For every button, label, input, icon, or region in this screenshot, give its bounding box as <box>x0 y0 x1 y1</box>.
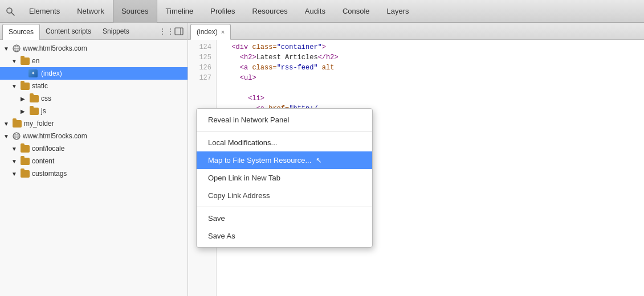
context-menu-save[interactable]: Save <box>197 209 372 227</box>
folder-icon-css <box>30 95 39 102</box>
context-menu-reveal-network[interactable]: Reveal in Network Panel <box>197 111 372 129</box>
tree-item-conf[interactable]: ▼ conf/locale <box>0 142 188 155</box>
code-line-125: <h2>Latest Articles</h2> <box>223 52 637 63</box>
svg-line-1 <box>11 13 14 15</box>
code-line-124: <div class="container"> <box>223 42 637 52</box>
arrow-conf: ▼ <box>11 146 19 152</box>
top-nav-bar: Elements Network Sources Timeline Profil… <box>0 0 644 23</box>
search-icon-btn[interactable] <box>2 3 18 19</box>
file-tree: ▼ www.html5rocks.com ▼ <box>0 40 188 296</box>
folder-icon-conf <box>21 145 30 153</box>
left-panel: Sources Content scripts Snippets ⋮⋮ ▼ <box>0 23 188 296</box>
cursor-icon: ↖ <box>316 156 322 165</box>
folder-icon-static <box>21 83 30 90</box>
main-area: Sources Content scripts Snippets ⋮⋮ ▼ <box>0 23 644 296</box>
tree-item-www2[interactable]: ▼ www.html5rocks.com <box>0 130 188 142</box>
nav-tab-elements[interactable]: Elements <box>21 0 68 23</box>
arrow-customtags: ▼ <box>11 171 19 177</box>
nav-tab-network[interactable]: Network <box>68 0 113 23</box>
folder-icon-content <box>21 158 30 165</box>
tab-sources[interactable]: Sources <box>2 24 40 40</box>
globe-icon-2 <box>13 132 21 140</box>
context-menu: Reveal in Network Panel Local Modificati… <box>196 108 373 248</box>
folder-icon-customtags <box>21 170 30 178</box>
tab-content-scripts[interactable]: Content scripts <box>40 23 97 40</box>
context-menu-save-as[interactable]: Save As <box>197 227 372 245</box>
tree-item-content[interactable]: ▼ content <box>0 155 188 167</box>
arrow-js: ▶ <box>21 108 28 114</box>
arrow-en: ▼ <box>11 58 19 64</box>
context-menu-local-mods[interactable]: Local Modifications... <box>197 134 372 151</box>
arrow-css: ▶ <box>21 96 28 102</box>
tree-item-www1[interactable]: ▼ www.html5rocks.com <box>0 42 188 55</box>
tree-item-static[interactable]: ▼ static <box>0 80 188 92</box>
nav-tab-sources[interactable]: Sources <box>113 0 157 23</box>
tree-item-myfolder[interactable]: ▼ my_folder <box>0 117 188 130</box>
code-line-127: <ul> <box>223 73 637 83</box>
arrow-static: ▼ <box>11 83 19 89</box>
dock-icon <box>174 27 184 35</box>
tree-item-customtags[interactable]: ▼ customtags <box>0 167 188 180</box>
svg-rect-2 <box>175 28 183 35</box>
arrow-content: ▼ <box>11 158 19 165</box>
editor-tab-index[interactable]: (index) × <box>190 24 231 40</box>
context-menu-open-link[interactable]: Open Link in New Tab <box>197 169 372 187</box>
folder-icon-myfolder <box>13 120 22 128</box>
close-tab-btn[interactable]: × <box>221 28 225 35</box>
tree-item-css[interactable]: ▶ css <box>0 92 188 105</box>
globe-icon <box>13 44 21 52</box>
nav-tab-layers[interactable]: Layers <box>378 0 418 23</box>
arrow-www1: ▼ <box>3 46 11 52</box>
code-line-li: <li> <box>223 93 637 104</box>
context-menu-sep2 <box>197 207 372 207</box>
tree-item-index[interactable]: ✦ (index) <box>0 67 188 80</box>
nav-tab-timeline[interactable]: Timeline <box>157 0 202 23</box>
nav-tab-resources[interactable]: Resources <box>244 0 296 23</box>
panel-tabs: Sources Content scripts Snippets ⋮⋮ <box>0 23 188 40</box>
folder-icon-en <box>21 57 30 65</box>
code-line-blank1 <box>223 83 637 93</box>
panel-overflow-icon[interactable]: ⋮⋮ <box>160 25 173 38</box>
panel-dock-icon[interactable] <box>173 25 185 38</box>
nav-tab-profiles[interactable]: Profiles <box>202 0 243 23</box>
folder-icon-js <box>30 108 39 115</box>
nav-tab-audits[interactable]: Audits <box>296 0 334 23</box>
tree-item-en[interactable]: ▼ en <box>0 55 188 67</box>
context-menu-copy-link[interactable]: Copy Link Address <box>197 187 372 204</box>
tab-snippets[interactable]: Snippets <box>97 23 135 40</box>
code-line-126: <a class="rss-feed" alt <box>223 63 637 73</box>
tree-item-js[interactable]: ▶ js <box>0 105 188 117</box>
index-file-icon: ✦ <box>28 69 38 77</box>
arrow-myfolder: ▼ <box>3 121 11 127</box>
nav-tab-console[interactable]: Console <box>334 0 378 23</box>
context-menu-map-file[interactable]: Map to File System Resource... ↖ <box>197 151 372 169</box>
editor-tabs: (index) × <box>188 23 644 40</box>
search-icon <box>6 7 15 16</box>
arrow-www2: ▼ <box>3 133 11 139</box>
context-menu-sep1 <box>197 131 372 131</box>
